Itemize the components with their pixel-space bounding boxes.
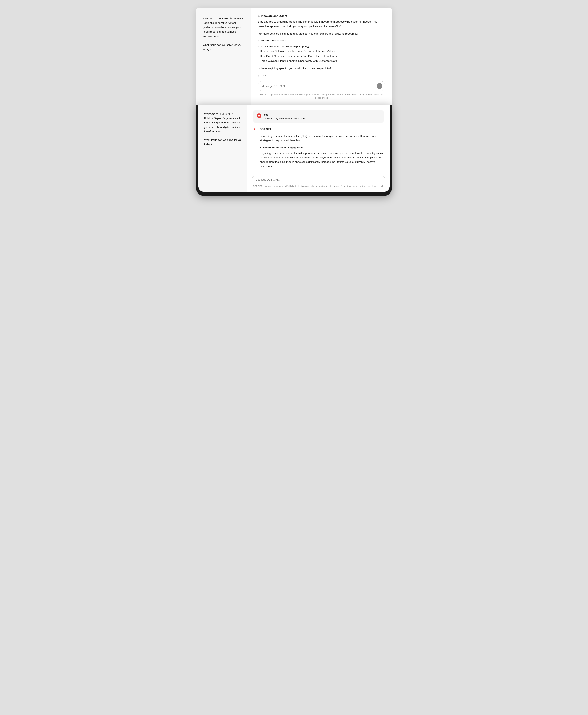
- device-frame: Welcome to DBT GPT™, Publicis Sapient's …: [196, 105, 392, 196]
- response-paragraph-1: Stay attuned to emerging trends and cont…: [258, 20, 385, 29]
- resource-link-2[interactable]: How Telcos Calculate and Increase Custom…: [260, 49, 336, 54]
- resources-list: 2023 European Car Ownership Report How T…: [258, 44, 385, 64]
- gpt-intro: Increasing customer lifetime value (CLV)…: [260, 134, 384, 143]
- sidebar-question-text: What issue can we solve for you today?: [203, 43, 245, 52]
- resource-link-3[interactable]: How Great Customer Experiences Can Boost…: [260, 54, 338, 59]
- tablet-input-wrapper: [252, 176, 385, 183]
- resource-link-4[interactable]: Three Ways to Fight Economic Uncertainty…: [260, 59, 339, 64]
- gpt-subheading: 1. Enhance Customer Engagement: [260, 145, 384, 150]
- copy-action[interactable]: ⊙ Copy: [258, 74, 385, 77]
- tablet-sidebar: Welcome to DBT GPT™, Publicis Sapient's …: [198, 105, 248, 192]
- copy-icon: ⊙: [258, 74, 260, 77]
- tablet-main: You Increase my customer lifetime value …: [248, 105, 390, 192]
- tablet-sidebar-question: What issue can we solve for you today?: [204, 138, 242, 147]
- you-label: You: [264, 113, 306, 116]
- tablet-message-input[interactable]: [255, 178, 382, 181]
- disclaimer-text-1: DBT GPT generates answers from Publicis …: [260, 93, 344, 96]
- you-avatar-dot: [258, 115, 260, 116]
- gpt-sparkle-icon: ✦: [253, 127, 258, 131]
- tablet-disclaimer-text-1: DBT GPT generates answers from Publicis …: [253, 185, 334, 187]
- terms-of-use-link[interactable]: terms of use: [344, 93, 357, 96]
- list-item: How Great Customer Experiences Can Boost…: [258, 54, 385, 59]
- sidebar-welcome-text: Welcome to DBT GPT™, Publicis Sapient's …: [203, 16, 245, 38]
- disclaimer: DBT GPT generates answers from Publicis …: [258, 93, 385, 100]
- gpt-header: ✦ DBT GPT: [253, 127, 384, 131]
- gpt-engagement-text: Engaging customers beyond the initial pu…: [260, 151, 384, 169]
- tablet-input-area: DBT GPT generates answers from Publicis …: [248, 173, 390, 192]
- resource-link-1[interactable]: 2023 European Car Ownership Report: [260, 44, 309, 49]
- you-content: You Increase my customer lifetime value: [264, 113, 306, 120]
- message-input-area: → DBT GPT generates answers from Publici…: [258, 81, 385, 100]
- gpt-label: DBT GPT: [260, 128, 271, 131]
- list-item: Three Ways to Fight Economic Uncertainty…: [258, 59, 385, 64]
- gpt-body: Increasing customer lifetime value (CLV)…: [253, 134, 384, 169]
- sidebar-panel: Welcome to DBT GPT™, Publicis Sapient's …: [196, 8, 251, 105]
- main-panel: 7. Innovate and Adapt Stay attuned to em…: [251, 8, 392, 105]
- message-input[interactable]: [261, 85, 375, 88]
- response-content: 7. Innovate and Adapt Stay attuned to em…: [258, 14, 385, 81]
- gpt-response: ✦ DBT GPT Increasing customer lifetime v…: [253, 127, 384, 169]
- resources-heading: Additional Resources: [258, 39, 385, 42]
- you-bubble: You Increase my customer lifetime value: [253, 110, 384, 123]
- response-paragraph-2: For more detailed insights and strategie…: [258, 31, 385, 36]
- list-item: 2023 European Car Ownership Report: [258, 44, 385, 49]
- page-wrapper: Welcome to DBT GPT™, Publicis Sapient's …: [196, 8, 392, 196]
- send-button[interactable]: →: [377, 83, 382, 89]
- list-item: How Telcos Calculate and Increase Custom…: [258, 49, 385, 54]
- message-input-wrapper: →: [258, 81, 385, 91]
- tablet-terms-link[interactable]: terms of use: [334, 185, 346, 187]
- you-avatar: [257, 113, 261, 118]
- tablet-sidebar-welcome: Welcome to DBT GPT™, Publicis Sapient's …: [204, 112, 242, 134]
- tablet-disclaimer: DBT GPT generates answers from Publicis …: [252, 185, 385, 188]
- closing-text: Is there anything specific you would lik…: [258, 66, 385, 71]
- copy-label: Copy: [261, 74, 267, 77]
- device-screen: Welcome to DBT GPT™, Publicis Sapient's …: [198, 105, 390, 192]
- you-message: Increase my customer lifetime value: [264, 117, 306, 120]
- send-icon: →: [378, 85, 381, 88]
- tablet-content: You Increase my customer lifetime value …: [248, 105, 390, 173]
- top-card: Welcome to DBT GPT™, Publicis Sapient's …: [196, 8, 392, 105]
- tablet-disclaimer-text-2: . It may make mistakes so please check.: [345, 185, 384, 187]
- section-heading: 7. Innovate and Adapt: [258, 14, 385, 18]
